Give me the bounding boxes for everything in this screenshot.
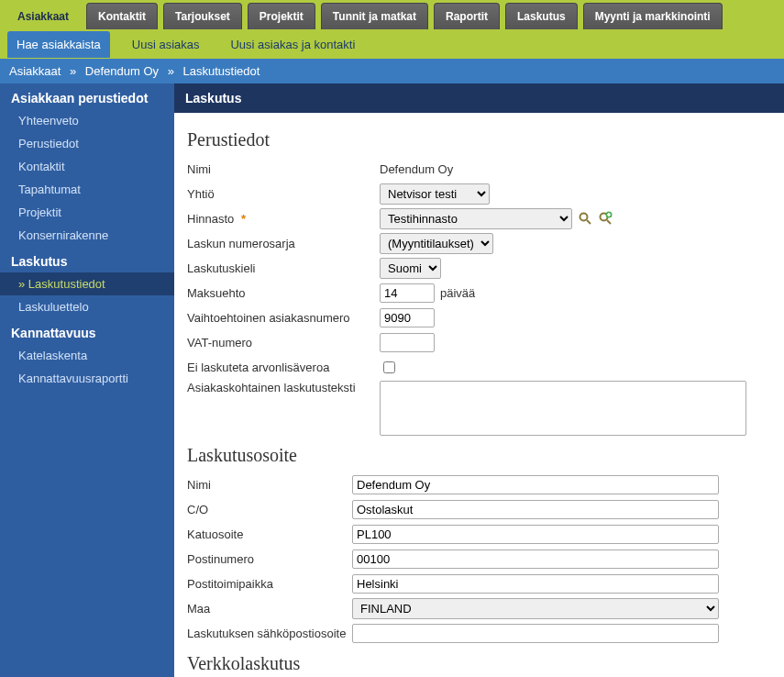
section-heading-perustiedot: Perustiedot [187,129,771,150]
tab-label: Tarjoukset [175,10,230,23]
label-laskun-numerosarja: Laskun numerosarja [187,237,380,250]
select-laskun-numerosarja[interactable]: (Myyntitilaukset) [380,233,493,254]
value-nimi: Defendum Oy [380,162,453,176]
sidebar-item-laskuluettelo[interactable]: Laskuluettelo [0,295,174,318]
subnav-hae-asiakkaista[interactable]: Hae asiakkaista [7,31,110,58]
sidebar-item-laskutustiedot[interactable]: Laskutustiedot [0,272,174,295]
add-icon[interactable] [598,211,613,226]
input-lo-nimi[interactable] [352,475,719,494]
tab-label: Myynti ja markkinointi [595,10,711,23]
maksuehto-suffix: päivää [440,286,475,300]
required-marker: * [237,212,246,226]
select-yhtio[interactable]: Netvisor testi [380,183,490,205]
textarea-asiakaskohtainen[interactable] [380,381,746,436]
sidebar-item-yhteenveto[interactable]: Yhteenveto [0,109,174,132]
breadcrumb-sep: » [64,64,82,78]
tab-raportit[interactable]: Raportit [434,3,500,29]
label-laskutuskieli: Laskutuskieli [187,261,380,275]
tab-projektit[interactable]: Projektit [248,3,315,29]
tab-tunnit-ja-matkat[interactable]: Tunnit ja matkat [321,3,428,29]
tab-kontaktit[interactable]: Kontaktit [86,3,158,29]
top-tab-bar: Asiakkaat Kontaktit Tarjoukset Projektit… [0,0,784,29]
tab-label: Asiakkaat [17,10,69,23]
subnav-uusi-asiakas[interactable]: Uusi asiakas [123,31,209,58]
breadcrumb-part[interactable]: Asiakkaat [9,64,61,78]
select-laskutuskieli[interactable]: Suomi [380,258,441,279]
label-lo-nimi: Nimi [187,478,352,492]
subnav-label: Uusi asiakas ja kontakti [230,38,355,51]
label-lo-katu: Katuosoite [187,527,352,541]
input-lo-postinro[interactable] [352,549,719,569]
input-vat[interactable] [380,333,435,352]
label-lo-email: Laskutuksen sähköpostiosoite [187,627,352,640]
input-vaihtoehtoinen[interactable] [380,308,435,327]
input-maksuehto[interactable] [380,283,435,303]
select-hinnasto[interactable]: Testihinnasto [380,208,572,229]
label-eilaskuteta: Ei laskuteta arvonlisäveroa [187,361,380,374]
section-heading-laskutusosoite: Laskutusosoite [187,445,771,466]
sidebar-item-katelaskenta[interactable]: Katelaskenta [0,344,174,367]
input-lo-email[interactable] [352,624,719,643]
label-lo-postitoimi: Postitoimipaikka [187,577,352,591]
subnav-uusi-asiakas-ja-kontakti[interactable]: Uusi asiakas ja kontakti [221,31,364,58]
sidebar-item-projektit[interactable]: Projektit [0,201,174,224]
label-vat: VAT-numero [187,336,380,350]
label-hinnasto-text: Hinnasto [187,212,234,226]
label-maksuehto: Maksuehto [187,286,380,300]
breadcrumb-part[interactable]: Defendum Oy [85,64,159,78]
label-hinnasto: Hinnasto * [187,212,380,226]
subnav-label: Hae asiakkaista [17,38,101,51]
tab-myynti-ja-markkinointi[interactable]: Myynti ja markkinointi [583,3,723,29]
search-icon[interactable] [578,211,592,226]
panel-title: Laskutus [174,83,784,113]
tab-label: Projektit [259,10,304,23]
sub-nav: Hae asiakkaista Uusi asiakas Uusi asiaka… [0,29,784,59]
tab-tarjoukset[interactable]: Tarjoukset [163,3,242,29]
breadcrumb-part: Laskutustiedot [183,64,260,78]
tab-asiakkaat[interactable]: Asiakkaat [6,3,81,29]
sidebar: Asiakkaan perustiedot Yhteenveto Perusti… [0,83,174,677]
breadcrumb: Asiakkaat » Defendum Oy » Laskutustiedot [0,59,784,83]
tab-label: Laskutus [517,10,566,23]
section-heading-verkkolaskutus: Verkkolaskutus [187,653,771,674]
label-lo-postinro: Postinumero [187,552,352,566]
tab-label: Kontaktit [98,10,146,23]
tab-laskutus[interactable]: Laskutus [505,3,578,29]
sidebar-group-perustiedot: Asiakkaan perustiedot [0,83,174,109]
sidebar-group-laskutus: Laskutus [0,247,174,272]
input-lo-katu[interactable] [352,525,719,544]
svg-line-1 [587,220,591,224]
sidebar-item-konsernirakenne[interactable]: Konsernirakenne [0,224,174,247]
sidebar-item-kontaktit[interactable]: Kontaktit [0,155,174,178]
label-yhtio: Yhtiö [187,187,380,201]
sidebar-item-kannattavuusraportti[interactable]: Kannattavuusraportti [0,367,174,390]
input-lo-co[interactable] [352,500,719,519]
breadcrumb-sep: » [162,64,180,78]
svg-point-0 [580,214,588,221]
sidebar-item-perustiedot[interactable]: Perustiedot [0,132,174,155]
content-panel: Laskutus Perustiedot Nimi Defendum Oy Yh… [174,83,784,677]
subnav-label: Uusi asiakas [132,38,200,51]
tab-label: Raportit [446,10,488,23]
label-nimi: Nimi [187,162,380,176]
checkbox-eilaskuteta[interactable] [383,361,395,373]
sidebar-item-tapahtumat[interactable]: Tapahtumat [0,178,174,201]
svg-line-3 [607,220,611,224]
label-asiakaskohtainen: Asiakaskohtainen laskutusteksti [187,381,380,394]
select-lo-maa[interactable]: FINLAND [352,598,719,619]
input-lo-postitoimi[interactable] [352,574,719,594]
sidebar-group-kannattavuus: Kannattavuus [0,318,174,344]
label-lo-maa: Maa [187,602,352,616]
tab-label: Tunnit ja matkat [333,10,416,23]
label-lo-co: C/O [187,503,352,516]
label-vaihtoehtoinen: Vaihtoehtoinen asiakasnumero [187,311,380,325]
